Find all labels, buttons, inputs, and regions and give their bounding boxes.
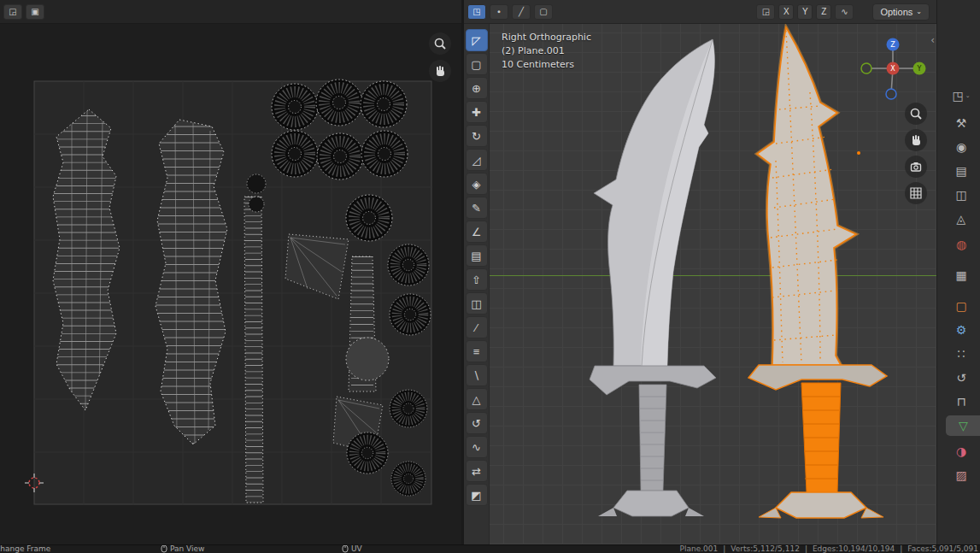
uv-pan-hand-icon[interactable] (429, 60, 451, 82)
uv-pin-icon[interactable]: ▣ (26, 4, 44, 20)
tool-smooth[interactable]: ∿ (466, 436, 488, 458)
stat-verts: Verts:5,112/5,112 (731, 544, 800, 553)
viewport-header: ◳ ∙ ╱ ▢ ◲ X Y Z ∿ Options ⌄ (464, 0, 936, 24)
viewport-pan-hand-icon[interactable] (905, 129, 927, 151)
render-icon: ◉ (956, 140, 966, 154)
tab-editor-type[interactable]: ◳⌄ (946, 85, 977, 106)
chevron-down-icon: ⌄ (916, 8, 922, 15)
axis-y-button[interactable]: Y (797, 4, 813, 20)
vertex-select-mode-icon[interactable]: ∙ (490, 4, 508, 20)
tab-texture[interactable]: ▨ (946, 465, 977, 485)
camera-view-icon[interactable] (905, 156, 927, 178)
stat-edges: Edges:10,194/10,194 (813, 544, 895, 553)
material-sphere-icon: ◑ (956, 444, 966, 458)
tool-select-box[interactable]: ▢ (466, 53, 488, 75)
face-select-mode-icon[interactable]: ▢ (534, 4, 553, 20)
tool-extrude-region[interactable]: ⇧ (466, 268, 488, 291)
editor-type-icon: ◳ (952, 89, 963, 103)
tab-tool[interactable]: ⚒ (946, 113, 977, 133)
particles-icon: ∷ (958, 347, 965, 361)
gizmo-neg-y-ball (861, 63, 871, 74)
mesh-data-icon: ▽ (959, 419, 968, 432)
constraints-icon: ⊓ (957, 395, 966, 409)
tool-move[interactable]: ✚ (466, 101, 488, 123)
tab-physics[interactable]: ↺ (946, 368, 977, 388)
viewport-zoom-icon[interactable] (905, 103, 927, 125)
tab-object-data[interactable]: ▽ (946, 415, 980, 436)
hint-pan-view: Pan View (161, 544, 204, 553)
mouse-icon (161, 544, 167, 553)
uv-zoom-icon[interactable] (429, 32, 451, 55)
view-name: Right Orthographic (502, 31, 591, 44)
tool-edge-slide[interactable]: ⇄ (466, 460, 488, 482)
tool-poly-build[interactable]: △ (466, 388, 488, 410)
3d-viewport-canvas[interactable]: Right Orthographic (2) Plane.001 10 Cent… (464, 24, 936, 544)
tool-spin[interactable]: ↺ (466, 412, 488, 434)
tab-modifiers[interactable]: ⚙ (946, 320, 977, 340)
world-globe-icon: ◍ (956, 238, 966, 251)
hint-uv: UV (342, 544, 362, 553)
output-printer-icon: ▤ (955, 164, 966, 178)
stat-object-name: Plane.001 (680, 544, 719, 553)
mouse-icon (342, 544, 349, 553)
tool-knife[interactable]: ∖ (466, 364, 488, 386)
tool-cursor[interactable]: ⊕ (466, 77, 488, 99)
hint-change-frame: Change Frame (0, 544, 50, 553)
region-collapse-chevron[interactable]: ‹ (930, 34, 935, 46)
gizmo-neg-z-ball (886, 89, 896, 99)
view-layer-icon: ◫ (955, 188, 966, 202)
gizmo-y-label: Y (917, 65, 922, 73)
tool-rotate[interactable]: ↻ (466, 125, 488, 147)
uv-editor-header: ◲ ▣ (0, 0, 461, 24)
status-bar: Change Frame Pan View UV Plane.001 | Ver… (0, 544, 980, 553)
nav-gizmo[interactable]: Z Y X (854, 34, 931, 111)
collection-icon: ▦ (955, 268, 966, 282)
falloff-icon[interactable]: ∿ (835, 4, 854, 20)
proportional-editing-icon[interactable]: ◲ (756, 4, 775, 20)
tab-scene[interactable]: ◬ (946, 209, 977, 229)
uv-islands-canvas[interactable] (0, 24, 461, 544)
tool-scale[interactable]: ◿ (466, 149, 488, 171)
wrench-icon: ⚙ (956, 323, 967, 337)
tool-shear[interactable]: ◩ (466, 484, 488, 506)
tool-add-cube[interactable]: ▤ (466, 244, 488, 267)
viewport-editor-type-icon[interactable]: ◳ (467, 4, 486, 20)
tool-measure[interactable]: ∠ (466, 221, 488, 243)
tool-tweak[interactable]: ◸ (466, 29, 488, 51)
viewport-toolbar: ◸ ▢ ⊕ ✚ ↻ ◿ ◈ ✎ ∠ ▤ ⇧ ◫ ∕ ≡ ∖ △ ↺ ∿ ⇄ ◩ (464, 24, 490, 544)
uv-editor[interactable]: ◲ ▣ ◸ ⊕ ✚ ▸ ▸ (0, 0, 461, 544)
object-icon: ▢ (955, 299, 966, 313)
grid-scale: 10 Centimeters (502, 58, 591, 72)
blender-window: ◲ ▣ ◸ ⊕ ✚ ▸ ▸ (0, 0, 980, 553)
options-dropdown[interactable]: Options ⌄ (872, 3, 930, 21)
uv-editor-type-icon[interactable]: ◲ (3, 4, 22, 20)
tool-transform[interactable]: ◈ (466, 173, 488, 195)
scene-icon: ◬ (957, 212, 966, 226)
tab-constraints[interactable]: ⊓ (946, 391, 977, 412)
sword-model-gray[interactable] (588, 36, 725, 525)
grid-ortho-icon[interactable] (905, 182, 927, 204)
tab-material[interactable]: ◑ (946, 441, 977, 462)
tool-inset-faces[interactable]: ◫ (466, 292, 488, 315)
properties-tab-strip: ◳⌄ ⚒ ◉ ▤ ◫ ◬ ◍ ▦ ▢ ⚙ ∷ ↺ ⊓ ▽ ◑ ▨ (936, 0, 980, 544)
tool-icon: ⚒ (956, 116, 967, 130)
tool-annotate[interactable]: ✎ (466, 197, 488, 219)
gizmo-z-label: Z (890, 41, 895, 49)
tab-collection[interactable]: ▦ (946, 265, 977, 285)
axis-x-button[interactable]: X (778, 4, 794, 20)
gizmo-x-label: X (890, 65, 895, 73)
tab-particles[interactable]: ∷ (946, 344, 977, 364)
tab-view-layer[interactable]: ◫ (946, 185, 977, 205)
stat-faces: Faces:5,091/5,091 (907, 544, 978, 553)
tool-bevel[interactable]: ∕ (466, 316, 488, 338)
axis-z-button[interactable]: Z (816, 4, 831, 20)
physics-icon: ↺ (956, 371, 966, 385)
tab-world[interactable]: ◍ (946, 234, 977, 255)
tab-render[interactable]: ◉ (946, 137, 977, 157)
tab-object[interactable]: ▢ (946, 296, 977, 316)
tab-output[interactable]: ▤ (946, 161, 977, 181)
edge-select-mode-icon[interactable]: ╱ (512, 4, 531, 20)
tool-loop-cut[interactable]: ≡ (466, 340, 488, 362)
scene-statistics: Plane.001 | Verts:5,112/5,112 | Edges:10… (680, 544, 978, 553)
active-object: (2) Plane.001 (502, 44, 591, 58)
